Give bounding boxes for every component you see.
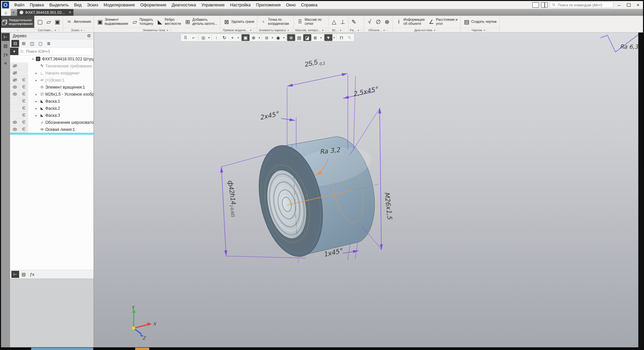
menu-view[interactable]: Вид <box>72 2 84 8</box>
expander-icon[interactable]: ▸ <box>36 100 39 103</box>
maximize-button[interactable] <box>625 2 632 8</box>
workspace-mode-button[interactable]: Твердотельноемоделирование <box>1 16 34 28</box>
tree-components-button[interactable]: ◫ <box>28 40 36 47</box>
dim-length-line[interactable] <box>287 73 347 86</box>
dimension-tool-button[interactable]: ✎ <box>350 17 358 27</box>
group-label-designations[interactable]: Обозна...▾∷ <box>364 28 392 32</box>
menu-styling[interactable]: Оформление <box>138 2 169 8</box>
tree-item-axis-line[interactable]: ∈ ⊖ Осевая линия:1 <box>10 126 94 133</box>
menu-file[interactable]: Файл <box>12 2 27 8</box>
dim-thread-text[interactable]: M26x1,5 <box>383 192 394 220</box>
group-label-direct[interactable]: Прямое модели...▾∷ <box>220 28 257 32</box>
tree-item-tech-req[interactable]: ✎ Технические требования <box>10 62 94 69</box>
extrude-button[interactable]: ▣Элементвыдавливания <box>95 17 130 26</box>
display-caret-icon[interactable]: ▾ <box>258 36 261 39</box>
zoom-icon[interactable]: ◎ <box>199 34 207 41</box>
command-search[interactable] <box>550 2 613 8</box>
orientation-caret-icon[interactable]: ▾ <box>236 36 240 39</box>
shaded-display-icon[interactable]: ▣ <box>241 34 250 41</box>
filter-caret-icon[interactable]: ▾ <box>332 36 336 39</box>
tree-item-root[interactable]: ▾ ФХКТ.364418.001.022 Штуцер (Тел-1) <box>10 55 94 62</box>
create-drawing-button[interactable]: ▤Создать чертеж <box>462 18 498 26</box>
eye-icon[interactable] <box>13 93 17 96</box>
expander-icon[interactable]: ▸ <box>36 71 39 75</box>
layers-caret-icon[interactable]: ▾ <box>319 36 323 39</box>
roughness-button[interactable]: √ <box>365 17 374 27</box>
layout-split-icon[interactable] <box>541 2 548 8</box>
tree-panel-icon[interactable]: ⊢ <box>2 33 9 41</box>
local-cs-icon[interactable]: ⌐ <box>190 34 198 41</box>
bottom-tab-variables[interactable]: ƒx <box>28 271 36 278</box>
group-label-diagnostics[interactable]: Диагностика▾∷ <box>393 28 460 32</box>
command-search-input[interactable] <box>557 3 611 7</box>
menu-modeling[interactable]: Моделирование <box>101 2 138 8</box>
home-button[interactable]: ⌂ <box>1 9 11 16</box>
group-label-aux[interactable]: Вс...▾∷ <box>329 28 348 32</box>
tree-item-origin[interactable]: ▸ ∟ Начало координат <box>10 69 94 77</box>
close-button[interactable]: × <box>634 2 642 8</box>
dim-chamfer-right-text[interactable]: 2,5x45° <box>352 85 379 97</box>
section-view-icon[interactable]: ◉ <box>274 34 282 41</box>
expander-icon[interactable]: ▸ <box>36 93 39 96</box>
tree-search-field[interactable] <box>18 48 94 55</box>
filter-objects-icon[interactable]: ▼ <box>324 34 332 41</box>
grid-array-button[interactable]: ⠿Массив посетке <box>295 17 323 26</box>
document-tab[interactable]: ФХКТ.364418.001.02... × <box>17 9 73 16</box>
expander-icon[interactable]: ▾ <box>32 57 36 61</box>
eye-icon[interactable] <box>13 128 17 131</box>
point-by-coords-button[interactable]: ◦Точка покоординатам <box>258 17 290 26</box>
menu-help[interactable]: Справка <box>299 2 320 8</box>
bottom-tab-parameters[interactable]: ▤ <box>20 271 28 278</box>
aux-axis-button[interactable]: ⊥ <box>338 17 347 27</box>
mode-caret-icon[interactable]: ⌄ <box>1 28 34 32</box>
gear-icon[interactable]: ⚙ <box>87 33 91 38</box>
tree-item-sketch1[interactable]: ∈ ▸ ▱ (+)Эскиз:1 <box>10 77 94 84</box>
hide-objects-icon[interactable]: ⊘ <box>263 34 271 41</box>
tree-item-revolve[interactable]: ∈ ⊙ Элемент вращения:1 <box>10 84 94 91</box>
wireframe-display-icon[interactable]: ⊕ <box>250 34 258 41</box>
new-document-button[interactable]: ▢ <box>36 17 44 27</box>
menu-applications[interactable]: Приложения <box>254 2 283 8</box>
dim-thread-line[interactable] <box>380 108 381 250</box>
save-button[interactable]: ▣ <box>53 17 62 27</box>
measure-icon[interactable]: ⊓ <box>337 34 345 41</box>
dim-diameter-text[interactable]: ф42h14(-0,62) <box>226 180 239 217</box>
group-label-body[interactable]: Элементы тела▾∷ <box>94 28 220 32</box>
rib-button[interactable]: ◣Реброжесткости <box>155 17 182 26</box>
bottom-tab-tree[interactable]: ⊢ <box>11 271 19 278</box>
tree-item-chamfer2[interactable]: ∈ ▸ ◣ Фаска:2 <box>10 105 94 112</box>
tree-item-roughness[interactable]: ∈ √ Обозначение шероховатости:1 <box>10 119 94 126</box>
snap-icon[interactable]: ⊗ <box>287 34 295 41</box>
filter-icon[interactable]: ▼ <box>10 48 18 55</box>
layout-single-icon[interactable] <box>532 2 539 8</box>
group-label-array[interactable]: Массив, копиро...▾∷ <box>294 28 328 32</box>
panel-menu-icon[interactable]: ≡ <box>2 59 9 67</box>
tab-close-icon[interactable]: × <box>69 10 71 15</box>
menu-select[interactable]: Выделить <box>47 2 71 8</box>
datum-button[interactable]: ⊕ <box>383 17 391 27</box>
minimize-button[interactable]: – <box>615 2 623 8</box>
rotate-view-icon[interactable]: ↻ <box>220 34 228 41</box>
eye-icon[interactable] <box>13 86 17 89</box>
expander-icon[interactable]: ▸ <box>36 79 39 82</box>
hide-caret-icon[interactable]: ▾ <box>271 36 274 39</box>
solid-box-icon[interactable]: ◪ <box>303 34 311 41</box>
expander-icon[interactable]: ▸ <box>36 114 39 117</box>
delete-faces-button[interactable]: ⊠Удалить грани <box>221 18 256 26</box>
tree-relations-button[interactable]: ⊞ <box>20 40 28 47</box>
layers-icon[interactable]: ≣ <box>311 34 319 41</box>
orient-up-icon[interactable]: ↑ <box>212 34 220 41</box>
menu-window[interactable]: Окно <box>283 2 298 8</box>
menu-edit[interactable]: Правка <box>28 2 46 8</box>
open-document-button[interactable]: ▱ <box>44 17 53 27</box>
tree-item-chamfer3[interactable]: ∈ ▸ ◣ Фаска:3 <box>10 112 94 119</box>
eye-off-icon[interactable] <box>13 64 17 68</box>
zoom-caret-icon[interactable]: ▾ <box>207 36 211 39</box>
thicken-button[interactable]: ▱Придатьтолщину <box>130 17 155 26</box>
tree-layers-button[interactable]: ≣ <box>45 40 53 47</box>
viewport-3d[interactable]: 25,5-0,1 2,5x45° 2x45° ф42h14(-0,62) Ra … <box>94 33 638 347</box>
menu-sketch[interactable]: Эскиз <box>85 2 100 8</box>
eye-off-icon[interactable] <box>13 78 17 82</box>
dim-chamfer-left-leader[interactable] <box>281 118 295 120</box>
thread-designation-button[interactable]: ∅ <box>374 17 383 27</box>
